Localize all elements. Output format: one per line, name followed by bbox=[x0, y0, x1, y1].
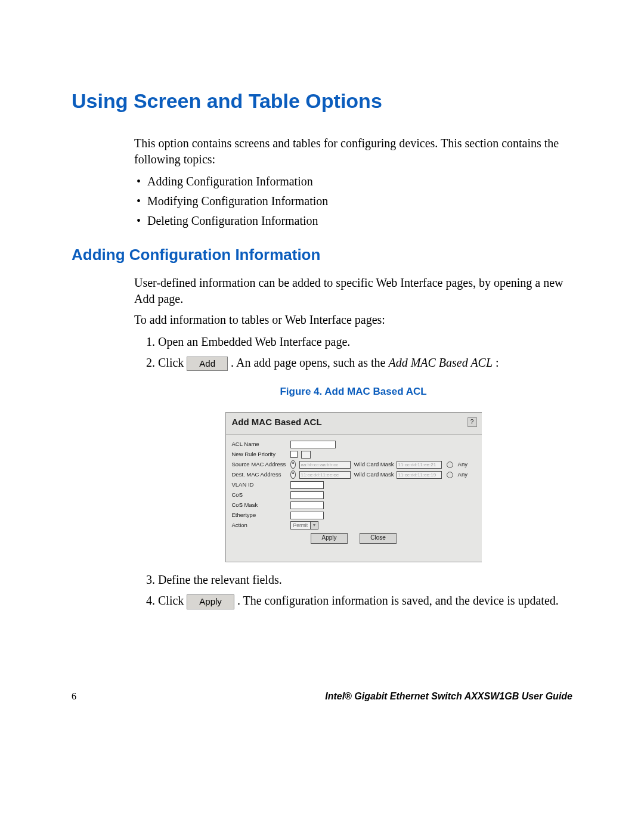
rule-priority-field[interactable] bbox=[301, 451, 311, 459]
step-item: Click Apply . The configuration informat… bbox=[158, 593, 572, 609]
figure-caption: Figure 4. Add MAC Based ACL bbox=[134, 385, 572, 399]
vlan-field[interactable] bbox=[290, 481, 324, 489]
step-item: Open an Embedded Web Interface page. bbox=[158, 334, 572, 350]
section-title-adding: Adding Configuration Information bbox=[72, 246, 572, 264]
dialog-title: Add MAC Based ACL bbox=[232, 416, 322, 428]
topic-item: Modifying Configuration Information bbox=[147, 193, 572, 209]
steps-list: Open an Embedded Web Interface page. Cli… bbox=[134, 334, 572, 371]
src-mac-field[interactable]: aa:bb:cc:aa:bb:cc bbox=[299, 461, 351, 469]
help-icon[interactable]: ? bbox=[467, 417, 477, 427]
section-body: User-defined information can be added to… bbox=[134, 275, 572, 609]
add-mac-acl-dialog: Add MAC Based ACL ? ACL Name New Rule Pr… bbox=[225, 412, 482, 562]
dialog-titlebar: Add MAC Based ACL ? bbox=[226, 413, 482, 435]
step-text: . The configuration information is saved… bbox=[237, 594, 559, 607]
src-any-label: Any bbox=[458, 461, 467, 469]
intro-block: This option contains screens and tables … bbox=[134, 135, 572, 229]
dialog-close-button[interactable]: Close bbox=[360, 533, 397, 544]
step-text: Click bbox=[158, 356, 187, 369]
intro-text: This option contains screens and tables … bbox=[134, 135, 572, 168]
cos-field[interactable] bbox=[290, 491, 324, 499]
dst-mac-radio[interactable] bbox=[290, 470, 296, 479]
step-text: . An add page opens, such as the bbox=[231, 356, 388, 369]
section-para: To add information to tables or Web Inte… bbox=[134, 312, 572, 328]
dst-mask-field[interactable]: 11:cc:dd:11:ee:19 bbox=[397, 471, 442, 479]
cosmask-field[interactable] bbox=[290, 501, 324, 509]
step-item: Define the relevant fields. bbox=[158, 572, 572, 588]
action-label: Action bbox=[232, 522, 290, 529]
topic-item: Adding Configuration Information bbox=[147, 174, 572, 190]
src-any-radio[interactable] bbox=[447, 462, 453, 468]
dst-mask-label: Wild Card Mask bbox=[354, 471, 394, 479]
steps-list-cont: Define the relevant fields. Click Apply … bbox=[134, 572, 572, 609]
src-mask-label: Wild Card Mask bbox=[354, 461, 394, 469]
page-title: Using Screen and Table Options bbox=[72, 89, 572, 113]
add-button[interactable]: Add bbox=[187, 357, 228, 371]
src-mac-radio[interactable] bbox=[290, 460, 296, 469]
ethertype-label: Ethertype bbox=[232, 512, 290, 519]
section-para: User-defined information can be added to… bbox=[134, 275, 572, 307]
cos-label: CoS bbox=[232, 491, 290, 499]
page-footer: 6 Intel® Gigabit Ethernet Switch AXXSW1G… bbox=[72, 691, 572, 702]
step-em: Add MAC Based ACL bbox=[388, 356, 493, 369]
acl-name-label: ACL Name bbox=[232, 441, 290, 448]
figure-dialog-wrap: Add MAC Based ACL ? ACL Name New Rule Pr… bbox=[134, 412, 572, 562]
topic-list: Adding Configuration Information Modifyi… bbox=[134, 174, 572, 229]
step-text: Click bbox=[158, 594, 187, 607]
dst-mac-field[interactable]: 11:cc:dd:11:ee:ee bbox=[299, 471, 351, 479]
src-mask-field[interactable]: 11:cc:dd:11:ee:21 bbox=[397, 461, 442, 469]
step-text: : bbox=[496, 356, 499, 369]
dst-any-radio[interactable] bbox=[447, 472, 453, 478]
src-mac-label: Source MAC Address bbox=[232, 461, 290, 469]
dialog-apply-button[interactable]: Apply bbox=[311, 533, 348, 544]
apply-button[interactable]: Apply bbox=[187, 594, 234, 609]
dst-any-label: Any bbox=[458, 471, 467, 479]
vlan-label: VLAN ID bbox=[232, 481, 290, 489]
acl-name-field[interactable] bbox=[290, 441, 336, 448]
footer-title: Intel® Gigabit Ethernet Switch AXXSW1GB … bbox=[325, 691, 572, 702]
page-number: 6 bbox=[72, 691, 76, 702]
cosmask-label: CoS Mask bbox=[232, 501, 290, 509]
rule-priority-checkbox[interactable] bbox=[290, 451, 298, 458]
topic-item: Deleting Configuration Information bbox=[147, 213, 572, 229]
chevron-down-icon: ▾ bbox=[310, 522, 318, 529]
ethertype-field[interactable] bbox=[290, 512, 324, 519]
dst-mac-label: Dest. MAC Address bbox=[232, 471, 290, 479]
action-select-value: Permit bbox=[291, 522, 311, 529]
action-select[interactable]: Permit ▾ bbox=[290, 521, 319, 529]
rule-priority-label: New Rule Priority bbox=[232, 451, 290, 459]
dialog-body: ACL Name New Rule Priority Source MAC Ad… bbox=[226, 435, 482, 544]
step-item: Click Add . An add page opens, such as t… bbox=[158, 355, 572, 371]
